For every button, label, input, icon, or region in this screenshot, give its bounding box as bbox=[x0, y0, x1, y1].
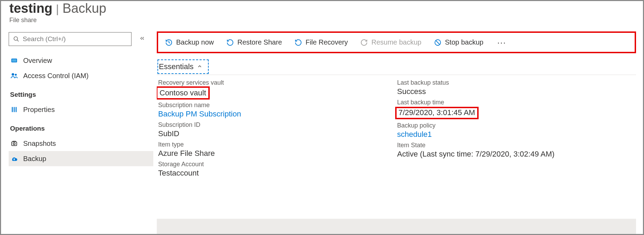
tool-label: Stop backup bbox=[445, 38, 483, 46]
stop-backup-button[interactable]: Stop backup bbox=[433, 37, 485, 48]
backup-now-icon bbox=[165, 39, 173, 46]
tool-label: Restore Share bbox=[237, 38, 282, 46]
sidebar-item-access-control[interactable]: Access Control (IAM) bbox=[9, 68, 153, 83]
svg-point-0 bbox=[14, 37, 18, 40]
recovery-icon bbox=[294, 39, 302, 46]
subscription-id-value: SubID bbox=[158, 129, 397, 139]
restore-icon bbox=[226, 39, 234, 46]
properties-icon bbox=[10, 105, 18, 114]
search-icon bbox=[12, 35, 20, 43]
snapshot-icon bbox=[10, 139, 18, 148]
sidebar-item-overview[interactable]: Overview bbox=[9, 53, 153, 68]
svg-rect-3 bbox=[12, 59, 17, 62]
file-recovery-button[interactable]: File Recovery bbox=[293, 37, 349, 48]
svg-rect-9 bbox=[12, 142, 17, 145]
resume-icon bbox=[360, 39, 368, 46]
sidebar-item-backup[interactable]: Backup bbox=[9, 151, 153, 166]
backup-icon bbox=[10, 154, 18, 163]
restore-share-button[interactable]: Restore Share bbox=[225, 37, 283, 48]
chevron-up-icon bbox=[197, 62, 202, 71]
item-type-value: Azure File Share bbox=[158, 148, 397, 159]
tool-label: Backup now bbox=[176, 38, 214, 46]
svg-point-5 bbox=[15, 74, 17, 76]
svg-point-4 bbox=[12, 73, 14, 76]
resume-backup-button: Resume backup bbox=[359, 37, 423, 48]
content-footer-strip bbox=[157, 219, 636, 234]
sidebar-item-label: Snapshots bbox=[23, 140, 56, 148]
more-actions-button[interactable]: ··· bbox=[495, 38, 509, 47]
item-state-value: Active (Last sync time: 7/29/2020, 3:02:… bbox=[397, 149, 636, 159]
last-backup-time-label: Last backup time bbox=[397, 99, 636, 106]
people-icon bbox=[10, 72, 18, 80]
svg-line-1 bbox=[17, 40, 19, 41]
collapse-sidebar-button[interactable] bbox=[138, 34, 147, 45]
backup-policy-link[interactable]: schedule1 bbox=[397, 129, 636, 140]
sidebar-item-properties[interactable]: Properties bbox=[9, 102, 153, 117]
sidebar-section-operations: Operations bbox=[9, 117, 153, 136]
tool-label: Resume backup bbox=[371, 38, 421, 46]
subscription-name-label: Subscription name bbox=[158, 102, 397, 109]
storage-account-label: Storage Account bbox=[158, 161, 397, 168]
resource-type-label: File share bbox=[9, 17, 635, 24]
svg-point-10 bbox=[13, 143, 15, 145]
sidebar-item-label: Properties bbox=[23, 106, 55, 114]
backup-policy-label: Backup policy bbox=[397, 122, 636, 129]
subscription-name-link[interactable]: Backup PM Subscription bbox=[158, 109, 397, 119]
tool-label: File Recovery bbox=[306, 38, 348, 46]
item-state-label: Item State bbox=[397, 142, 636, 149]
sidebar-section-settings: Settings bbox=[9, 83, 153, 102]
sidebar-item-snapshots[interactable]: Snapshots bbox=[9, 136, 153, 151]
essentials-label: Essentials bbox=[159, 62, 193, 71]
essentials-panel: Recovery services vault Contoso vault Su… bbox=[157, 79, 636, 180]
last-backup-time-value: 7/29/2020, 3:01:45 AM bbox=[397, 106, 636, 120]
overview-icon bbox=[10, 56, 18, 65]
item-type-label: Item type bbox=[158, 141, 397, 148]
recovery-vault-label: Recovery services vault bbox=[158, 79, 397, 86]
sidebar-item-label: Access Control (IAM) bbox=[23, 72, 89, 80]
backup-now-button[interactable]: Backup now bbox=[164, 37, 215, 48]
search-input-container[interactable] bbox=[9, 32, 131, 46]
toolbar: Backup now Restore Share File Recovery bbox=[157, 31, 636, 53]
recovery-vault-value: Contoso vault bbox=[158, 86, 397, 100]
page-title-prefix: testing bbox=[9, 1, 53, 16]
last-backup-status-value: Success bbox=[397, 86, 636, 97]
sidebar-item-label: Backup bbox=[23, 155, 46, 163]
subscription-id-label: Subscription ID bbox=[158, 121, 397, 129]
svg-line-12 bbox=[436, 40, 439, 44]
essentials-toggle[interactable]: Essentials bbox=[157, 59, 209, 74]
page-title-suffix: Backup bbox=[62, 1, 106, 16]
sidebar-item-label: Overview bbox=[23, 57, 52, 65]
page-title: testing | Backup bbox=[9, 1, 635, 16]
storage-account-value: Testaccount bbox=[158, 168, 397, 178]
title-separator: | bbox=[56, 2, 59, 16]
last-backup-status-label: Last backup status bbox=[397, 79, 636, 86]
search-input[interactable] bbox=[23, 35, 128, 43]
sidebar: Overview Access Control (IAM) Settings P… bbox=[1, 28, 153, 234]
stop-icon bbox=[434, 39, 442, 46]
